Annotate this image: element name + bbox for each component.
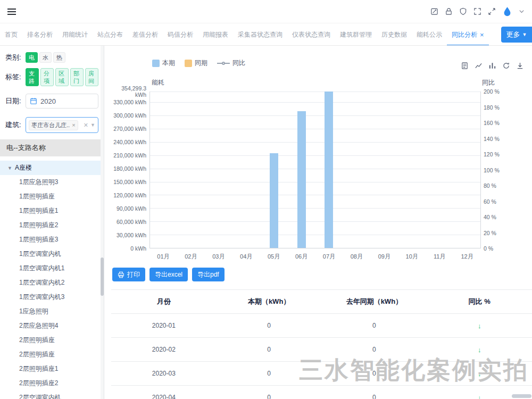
hamburger-menu-icon[interactable] [7,9,16,15]
tab-label: 站点分布 [97,30,123,39]
cell-month: 2020-04 [111,386,217,399]
tab-站点分布[interactable]: 站点分布 [93,23,128,45]
tab-close-icon[interactable]: × [480,31,484,38]
bar-06月[interactable] [297,111,306,248]
yoy-down-arrow-icon: ↓ [478,394,481,399]
x-axis-labels: 01月02月03月04月05月06月07月08月09月10月11月12月 [149,253,481,261]
bar-chart-icon[interactable] [488,62,496,70]
refresh-icon[interactable] [502,62,510,70]
print-button[interactable]: 打印 [112,268,145,281]
tree-item-2层空调室内机[interactable]: 2层空调室内机 [0,390,104,399]
tab-list: 首页排名分析用能统计站点分布差值分析码值分析用能报表采集器状态查询仪表状态查询建… [0,23,489,45]
tree-item-2层照明插座1[interactable]: 2层照明插座1 [0,362,104,376]
x-axis-tick-02月: 02月 [185,253,197,261]
water-drop-logo[interactable] [502,6,512,16]
date-input[interactable]: 2020 [26,94,98,109]
y-axis-right-labels: 200 %180 %160 %140 %120 %100 %80 %60 %40… [484,92,517,248]
gridline [150,129,480,129]
tree-item-2层照明插座[interactable]: 2层照明插座 [0,347,104,362]
tag-option-部门[interactable]: 部门 [70,68,84,86]
legend-item-同期[interactable]: 同期 [185,59,207,68]
chart-area: 能耗 同比 354,299.3 kWh330,000 kWh300,000 kW… [111,77,532,263]
category-options: 电水热 [26,52,65,63]
shield-icon[interactable] [459,7,467,15]
tag-option-分项[interactable]: 分项 [40,68,54,86]
tag-option-支路[interactable]: 支路 [26,68,39,86]
building-select[interactable]: 枣庄市台儿庄.. × ✕ ▼ [26,117,98,133]
tree-item-1层照明插座[interactable]: 1层照明插座 [0,189,104,204]
table-body: 2020-0100↓2020-0200↓2020-0300↓2020-0400↓ [111,314,532,399]
tree-item-2层照明插座2[interactable]: 2层照明插座2 [0,376,104,390]
yoy-down-arrow-icon: ↓ [478,370,481,378]
tree-root-a-building[interactable]: ▼ A座楼 [0,161,104,175]
tree-item-1层空调室内机2[interactable]: 1层空调室内机2 [0,276,104,290]
category-option-热[interactable]: 热 [53,52,65,63]
export-pdf-button[interactable]: 导出pdf [192,268,225,281]
layout: 类别: 电水热 标签: 支路分项区域部门房间 日期: 2020 建筑: 枣庄市台… [0,46,532,399]
tag-option-房间[interactable]: 房间 [85,68,98,86]
legend-circle [222,62,225,65]
tree-item-2层照明插座[interactable]: 2层照明插座 [0,333,104,347]
table-header-row: 月份本期（kWh）去年同期（kWh）同比 % [111,290,532,314]
x-axis-tick-08月: 08月 [351,253,363,261]
legend-item-同比[interactable]: 同比 [217,59,245,68]
tree-item-1层照明插座1[interactable]: 1层照明插座1 [0,204,104,218]
tag-label: 标签: [5,72,26,82]
tree-item-1层空调室内机[interactable]: 1层空调室内机 [0,247,104,261]
tree-item-1层照明插座3[interactable]: 1层照明插座3 [0,232,104,247]
cell-last-year: 0 [322,338,427,362]
bar-07月[interactable] [325,92,333,248]
tab-仪表状态查询[interactable]: 仪表状态查询 [287,23,335,45]
tab-用能统计[interactable]: 用能统计 [57,23,93,45]
y-axis-right-tick: 180 % [484,104,517,111]
category-option-电[interactable]: 电 [26,52,38,63]
y-axis-right-tick: 20 % [484,230,517,236]
cell-last-year: 0 [322,362,427,386]
tree-item-1层照明插座2[interactable]: 1层照明插座2 [0,218,104,232]
horizontal-scrollbar-thumb[interactable] [512,394,531,398]
line-chart-icon[interactable] [475,62,483,70]
tab-排名分析[interactable]: 排名分析 [22,23,57,45]
edit-icon[interactable] [430,7,438,15]
tree-item-1应急照明[interactable]: 1应急照明 [0,304,104,319]
table-header-cell: 同比 % [427,290,532,314]
select-caret-icon[interactable]: ▼ [90,122,95,128]
main-panel: 本期同期同比 能耗 同比 354,299.3 kWh330,000 kWh300… [104,46,532,399]
more-button[interactable]: 更多 ▼ [501,27,532,43]
tree-item-2层应急照明4[interactable]: 2层应急照明4 [0,319,104,333]
tab-label: 历史数据 [381,30,407,39]
tab-同比分析[interactable]: 同比分析× [447,23,489,45]
y-axis-left-tick: 210,000 kWh [111,152,146,159]
tab-差值分析[interactable]: 差值分析 [128,23,163,45]
tab-label: 同比分析 [452,30,477,39]
print-button-label: 打印 [127,271,140,278]
sidebar-scrollbar-thumb[interactable] [101,257,104,296]
x-axis-tick-01月: 01月 [157,253,169,261]
download-icon[interactable] [516,62,524,70]
expand-icon[interactable] [488,7,496,15]
tab-建筑群管理[interactable]: 建筑群管理 [335,23,377,45]
tab-能耗公示[interactable]: 能耗公示 [412,23,447,45]
bar-05月[interactable] [270,153,278,248]
legend-item-本期[interactable]: 本期 [152,59,175,68]
tab-历史数据[interactable]: 历史数据 [377,23,412,45]
lock-icon[interactable] [445,7,453,15]
tab-首页[interactable]: 首页 [0,23,22,45]
tag-close-icon[interactable]: × [72,122,75,128]
chevron-down-icon[interactable] [519,9,525,14]
tag-option-区域[interactable]: 区域 [55,68,69,86]
tree-item-1层空调室内机1[interactable]: 1层空调室内机1 [0,261,104,276]
category-option-水[interactable]: 水 [39,52,52,63]
tab-用能报表[interactable]: 用能报表 [198,23,233,45]
fullscreen-icon[interactable] [473,7,481,15]
report-icon[interactable] [461,62,469,70]
printer-icon [118,271,124,278]
tab-码值分析[interactable]: 码值分析 [163,23,198,45]
tree-item-1层应急照明3[interactable]: 1层应急照明3 [0,175,104,189]
tree-item-1层空调室内机3[interactable]: 1层空调室内机3 [0,290,104,304]
export-excel-button[interactable]: 导出excel [149,268,188,281]
legend-label: 本期 [162,59,175,68]
select-clear-icon[interactable]: ✕ [84,122,88,129]
date-filter-row: 日期: 2020 [5,94,98,109]
tab-采集器状态查询[interactable]: 采集器状态查询 [233,23,287,45]
